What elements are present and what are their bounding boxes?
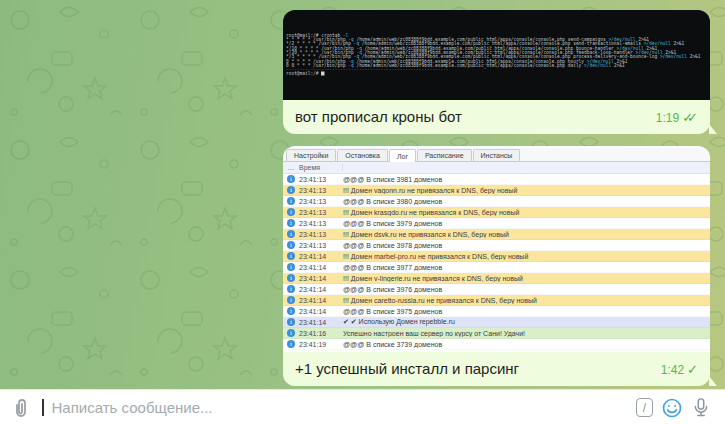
log-row[interactable]: i 23:41:13 !!! Домен dsvk.ru не привязал… <box>283 229 710 240</box>
log-row-text: ✔ ✔ Использую Домен repebble.ru <box>343 318 710 326</box>
column-header-time: Время <box>299 164 343 171</box>
info-icon: i <box>283 274 299 282</box>
tab-Остановка[interactable]: Остановка <box>337 149 388 161</box>
info-icon: i <box>283 263 299 271</box>
info-icon: i <box>283 285 299 293</box>
log-row-time: 23:41:14 <box>299 308 343 315</box>
log-row[interactable]: i 23:41:13 !!! Домен vagonn.ru не привяз… <box>283 185 710 196</box>
log-row-text: @@@ В списке 3977 доменов <box>343 264 710 271</box>
log-row-text: @@@ В списке 3975 доменов <box>343 308 710 315</box>
log-tabs: НастройкиОстановкаЛогРасписаниеИнстансы <box>283 148 710 162</box>
attach-icon[interactable] <box>10 397 32 419</box>
info-icon: i <box>283 252 299 260</box>
log-row-text: @@@ В списке 3980 доменов <box>343 198 710 205</box>
log-row-time: 23:41:16 <box>299 330 343 337</box>
message-composer: Написать сообщение... / <box>0 389 725 425</box>
log-row[interactable]: i 23:41:14 !!! Домен marbel-pro.ru не пр… <box>283 251 710 262</box>
terminal-screenshot-photo[interactable]: root@mail:/# crontab -l* * * * * /usr/bi… <box>283 10 710 100</box>
terminal-cursor <box>321 72 325 76</box>
info-icon: i <box>283 318 299 326</box>
text-caret <box>42 399 44 416</box>
log-row-text: Успешно настроен ваш сервер по курсу от … <box>343 330 710 337</box>
log-row-time: 23:41:14 <box>299 264 343 271</box>
info-icon: i <box>283 340 299 348</box>
message-input[interactable]: Написать сообщение... <box>52 399 629 416</box>
log-row-text: !!! Домен vagonn.ru не привязался к DNS,… <box>343 187 710 194</box>
log-row-text: !!! Домен v-lingerie.ru не привязался к … <box>343 275 710 282</box>
message-outgoing-crontab: root@mail:/# crontab -l* * * * * /usr/bi… <box>283 10 710 134</box>
log-row[interactable]: i 23:41:14 !!! Домен caretto-russia.ru н… <box>283 295 710 306</box>
log-row[interactable]: i 23:41:13 @@@ В списке 3980 доменов <box>283 196 710 207</box>
log-row[interactable]: i 23:41:19 @@@ В списке 3739 доменов <box>283 339 710 350</box>
log-row-time: 23:41:14 <box>299 253 343 260</box>
message-caption: +1 успешный инсталл и парсинг 1:42 ✓ <box>283 352 710 386</box>
log-row[interactable]: i 23:41:14 !!! Домен v-lingerie.ru не пр… <box>283 273 710 284</box>
log-row-text: !!! Домен marbel-pro.ru не привязался к … <box>343 253 710 260</box>
message-meta: 1:19 ✓✓ <box>656 110 698 126</box>
log-row-text: @@@ В списке 3981 доменов <box>343 176 710 183</box>
message-time: 1:42 <box>661 363 684 377</box>
log-row-time: 23:41:14 <box>299 297 343 304</box>
info-icon: i <box>283 197 299 205</box>
log-row-time: 23:41:13 <box>299 231 343 238</box>
info-icon: i <box>283 329 299 337</box>
log-row[interactable]: i 23:41:14 ✔ ✔ Использую Домен repebble.… <box>283 317 710 328</box>
info-icon: i <box>283 208 299 216</box>
read-checkmarks-icon: ✓✓ <box>682 110 698 125</box>
terminal-lines: root@mail:/# crontab -l* * * * * /usr/bi… <box>286 33 710 76</box>
log-row-text: !!! Домен caretto-russia.ru не привязалс… <box>343 297 710 304</box>
log-row-text: !!! Домен dsvk.ru не привязался к DNS, б… <box>343 231 710 238</box>
log-row-time: 23:41:13 <box>299 198 343 205</box>
log-row[interactable]: i 23:41:14 @@@ В списке 3975 доменов <box>283 306 710 317</box>
tab-Расписание[interactable]: Расписание <box>417 149 472 161</box>
tab-Настройки[interactable]: Настройки <box>286 149 336 161</box>
info-icon: i <box>283 175 299 183</box>
sent-checkmark-icon: ✓ <box>687 362 698 377</box>
info-icon: i <box>283 230 299 238</box>
tab-Лог[interactable]: Лог <box>389 149 416 162</box>
message-time: 1:19 <box>656 111 679 125</box>
log-row[interactable]: i 23:41:13 @@@ В списке 3979 доменов <box>283 218 710 229</box>
log-row[interactable]: i 23:41:13 !!! Домен krasgdo.ru не привя… <box>283 207 710 218</box>
message-outgoing-log: НастройкиОстановкаЛогРасписаниеИнстансы … <box>283 146 710 386</box>
log-row-time: 23:41:13 <box>299 187 343 194</box>
tab-Инстансы[interactable]: Инстансы <box>473 149 521 161</box>
log-row-text: @@@ В списке 3978 доменов <box>343 242 710 249</box>
log-row-text: !!! Домен krasgdo.ru не привязался к DNS… <box>343 209 710 216</box>
log-row[interactable]: i 23:41:13 @@@ В списке 3981 доменов <box>283 174 710 185</box>
emoji-icon[interactable] <box>661 397 683 419</box>
log-row[interactable]: i 23:41:14 @@@ В списке 3977 доменов <box>283 262 710 273</box>
log-row[interactable]: i 23:41:14 @@@ В списке 3976 доменов <box>283 284 710 295</box>
log-row-time: 23:41:14 <box>299 275 343 282</box>
log-row-text: @@@ В списке 3739 доменов <box>343 341 710 348</box>
log-row-time: 23:41:13 <box>299 209 343 216</box>
log-screenshot-photo[interactable]: НастройкиОстановкаЛогРасписаниеИнстансы … <box>283 146 710 352</box>
log-row[interactable]: i 23:41:13 @@@ В списке 3978 доменов <box>283 240 710 251</box>
log-row-time: 23:41:14 <box>299 286 343 293</box>
info-icon: i <box>283 219 299 227</box>
log-row-time: 23:41:19 <box>299 341 343 348</box>
message-caption: вот прописал кроны бот 1:19 ✓✓ <box>283 100 710 134</box>
log-row-time: 23:41:13 <box>299 242 343 249</box>
log-row-text: @@@ В списке 3979 доменов <box>343 220 710 227</box>
info-icon: i <box>283 186 299 194</box>
log-row-text: @@@ В списке 3976 доменов <box>343 286 710 293</box>
info-icon: i <box>283 296 299 304</box>
column-header-icon: … <box>283 164 299 171</box>
info-icon: i <box>283 307 299 315</box>
log-rows: i 23:41:13 @@@ В списке 3981 доменов i 2… <box>283 174 710 350</box>
info-icon: i <box>283 241 299 249</box>
log-row-time: 23:41:14 <box>299 319 343 326</box>
microphone-icon[interactable] <box>691 396 711 419</box>
message-text: вот прописал кроны бот <box>295 107 648 126</box>
log-table-header: … Время <box>283 162 710 174</box>
message-meta: 1:42 ✓ <box>661 362 698 378</box>
log-row[interactable]: i 23:41:16 Успешно настроен ваш сервер п… <box>283 328 710 339</box>
bot-commands-icon[interactable]: / <box>636 398 653 417</box>
log-row-time: 23:41:13 <box>299 220 343 227</box>
telegram-chat-window: root@mail:/# crontab -l* * * * * /usr/bi… <box>0 0 725 425</box>
log-row-time: 23:41:13 <box>299 176 343 183</box>
message-text: +1 успешный инсталл и парсинг <box>295 359 653 378</box>
